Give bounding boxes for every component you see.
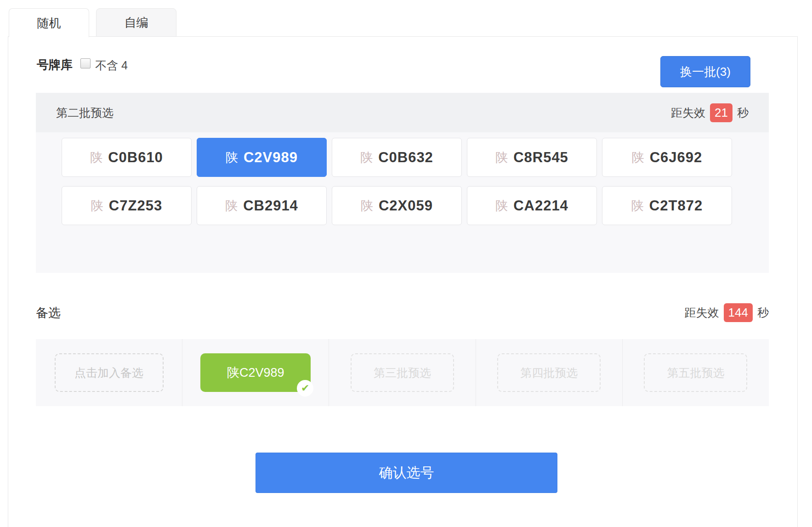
plate-number: C7Z253	[109, 198, 162, 214]
backup-expire-countdown-badge: 144	[724, 303, 753, 322]
backup-slot-5: 第五批预选	[622, 339, 769, 406]
backup-plate[interactable]: 陕C2V989 ✔	[200, 353, 311, 392]
plate-pool-label: 号牌库	[37, 57, 73, 73]
plate-grid: 陕 C0B610 陕 C2V989 陕 C0B632 陕 C8R545 陕 C6…	[62, 138, 733, 225]
backup-expire-suffix: 秒	[757, 305, 769, 320]
plate-option[interactable]: 陕 C2X059	[332, 186, 462, 225]
plate-number: C8R545	[513, 149, 568, 166]
plate-option[interactable]: 陕 C8R545	[467, 138, 597, 177]
batch-expire-prefix: 距失效	[671, 105, 705, 120]
backup-slot-2: 陕C2V989 ✔	[182, 339, 329, 406]
add-to-backup-label: 点击加入备选	[74, 365, 143, 380]
plate-number: C6J692	[650, 149, 703, 166]
exclude-4-checkbox[interactable]	[80, 58, 91, 68]
backup-slot-3: 第三批预选	[329, 339, 475, 406]
plate-option[interactable]: 陕 C6J692	[602, 138, 732, 177]
plate-option[interactable]: 陕 C7Z253	[62, 186, 192, 225]
plate-option[interactable]: 陕 CA2214	[467, 186, 597, 225]
plate-option-selected[interactable]: 陕 C2V989	[197, 138, 327, 177]
backup-placeholder-3-label: 第三批预选	[374, 365, 431, 380]
batch-expire-countdown-badge: 21	[710, 103, 733, 122]
batch-title: 第二批预选	[56, 105, 114, 120]
add-to-backup-button[interactable]: 点击加入备选	[55, 353, 164, 392]
plate-province: 陕	[91, 198, 103, 214]
batch-header: 第二批预选 距失效 21 秒	[36, 93, 769, 132]
plate-number: CA2214	[513, 198, 568, 214]
batch-expire: 距失效 21 秒	[671, 103, 749, 122]
batch-expire-suffix: 秒	[737, 105, 749, 120]
plate-option[interactable]: 陕 CB2914	[197, 186, 327, 225]
backup-panel: 点击加入备选 陕C2V989 ✔ 第三批预选 第四批预选 第五批预选	[36, 339, 769, 406]
plate-province: 陕	[495, 149, 508, 166]
check-icon: ✔	[297, 380, 313, 397]
backup-title: 备选	[36, 305, 61, 321]
backup-placeholder-4-label: 第四批预选	[520, 365, 578, 380]
plate-option[interactable]: 陕 C0B610	[62, 138, 192, 177]
plate-province: 陕	[631, 198, 644, 214]
plate-number: C0B632	[378, 149, 433, 166]
backup-placeholder-5[interactable]: 第五批预选	[644, 353, 747, 392]
backup-header: 备选 距失效 144 秒	[36, 303, 769, 322]
backup-slot-1: 点击加入备选	[36, 339, 182, 406]
refresh-batch-label: 换一批(3)	[680, 64, 731, 80]
plate-province: 陕	[632, 149, 644, 166]
refresh-batch-button[interactable]: 换一批(3)	[660, 56, 750, 87]
backup-expire: 距失效 144 秒	[685, 303, 769, 322]
backup-slot-4: 第四批预选	[476, 339, 622, 406]
batch-panel: 第二批预选 距失效 21 秒 陕 C0B610 陕 C2V989 陕 C0B63…	[36, 93, 769, 273]
backup-expire-prefix: 距失效	[685, 305, 719, 320]
tab-custom-label: 自编	[125, 15, 148, 31]
plate-number: C2T872	[649, 198, 703, 214]
plate-option[interactable]: 陕 C0B632	[332, 138, 462, 177]
confirm-selection-label: 确认选号	[379, 464, 434, 482]
tab-random-label: 随机	[37, 15, 61, 31]
plate-province: 陕	[226, 149, 238, 166]
backup-placeholder-3[interactable]: 第三批预选	[351, 353, 454, 392]
backup-plate-label: 陕C2V989	[227, 364, 284, 381]
plate-option[interactable]: 陕 C2T872	[602, 186, 732, 225]
confirm-selection-button[interactable]: 确认选号	[256, 453, 557, 493]
plate-province: 陕	[361, 198, 373, 214]
tab-random[interactable]: 随机	[9, 8, 89, 37]
plate-number: C0B610	[108, 149, 163, 166]
plate-province: 陕	[360, 149, 373, 166]
plate-number: CB2914	[243, 198, 298, 214]
tab-custom[interactable]: 自编	[96, 8, 176, 37]
plate-province: 陕	[225, 198, 238, 214]
plate-selection-page: 随机 自编 号牌库 不含 4 换一批(3) 第二批预选 距失效 21 秒 陕 C…	[0, 0, 812, 527]
plate-province: 陕	[90, 149, 102, 166]
backup-placeholder-4[interactable]: 第四批预选	[497, 353, 601, 392]
plate-province: 陕	[495, 198, 508, 214]
backup-placeholder-5-label: 第五批预选	[667, 365, 724, 380]
plate-number: C2X059	[379, 198, 433, 214]
plate-number: C2V989	[244, 149, 298, 166]
exclude-4-label: 不含 4	[95, 58, 128, 73]
